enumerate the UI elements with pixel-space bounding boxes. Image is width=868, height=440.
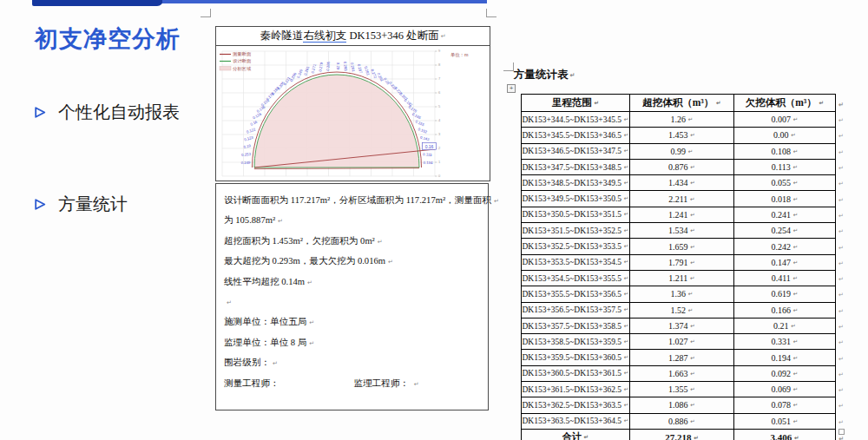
- total-underbreak: 3.406: [734, 429, 836, 440]
- svg-text:0.262: 0.262: [377, 72, 385, 82]
- col-header-overbreak: 超挖体积（m³）: [630, 95, 734, 112]
- svg-text:8: 8: [438, 62, 441, 67]
- table-row: DK153+361.5~DK153+362.51.3550.069: [522, 382, 847, 397]
- svg-text:0.293: 0.293: [343, 62, 348, 72]
- info-line: 围岩级别：: [224, 352, 488, 372]
- summary-line: 超挖面积为 1.453m²，欠挖面积为 0m²: [224, 231, 488, 251]
- legend-label: 设计断面: [233, 58, 252, 64]
- svg-text:0.134: 0.134: [424, 161, 434, 165]
- svg-text:0.152: 0.152: [418, 127, 428, 135]
- tunnel-section-chart: 9876543210 0.2490.2530.190.1230.1220.160…: [216, 46, 488, 180]
- summary-line: 最大超挖为 0.293m，最大欠挖为 0.016m: [224, 251, 488, 271]
- report-text-box: 设计断面面积为 117.217m²，分析区域面积为 117.217m²，测量面积…: [215, 183, 489, 410]
- svg-text:0.291: 0.291: [350, 62, 356, 73]
- bullet-label: 个性化自动报表: [58, 101, 180, 124]
- info-line-engineers: 测量工程师：监理工程师：: [224, 373, 488, 393]
- unit-label: 单位：m: [450, 52, 469, 57]
- svg-text:0.123: 0.123: [244, 135, 254, 141]
- svg-text:6: 6: [438, 90, 441, 95]
- measured-invert-line: [254, 168, 419, 169]
- survey-engineer-label: 测量工程师：: [224, 378, 279, 388]
- paragraph-mark: ↵: [570, 72, 575, 79]
- y-axis-ticks: 9876543210: [435, 49, 441, 178]
- table-row: DK153+357.5~DK153+358.51.3740.21: [522, 318, 847, 333]
- supervision-engineer-label: 监理工程师：: [354, 378, 410, 388]
- table-resize-handle: [838, 429, 845, 435]
- chart-title-underlined: 右线初支: [303, 30, 346, 43]
- summary-line: 线性平均超挖 0.14m: [224, 272, 488, 292]
- svg-text:5: 5: [438, 104, 441, 108]
- svg-text:0.143: 0.143: [420, 135, 431, 142]
- svg-text:0.285: 0.285: [326, 61, 331, 71]
- svg-text:0.122: 0.122: [246, 127, 256, 135]
- bullet-item-volume-stats: 方量统计: [33, 193, 128, 216]
- table-row: DK153+362.5~DK153+363.51.0860.078: [522, 397, 847, 413]
- bullet-label: 方量统计: [58, 193, 128, 216]
- section-chart-box: 秦岭隧道右线初支 DK153+346 处断面↵ 9876543210 0.249…: [215, 26, 490, 181]
- svg-text:0.253: 0.253: [241, 152, 252, 157]
- svg-text:2: 2: [438, 146, 441, 150]
- col-header-range: 里程范围: [522, 95, 630, 112]
- table-row: DK153+356.5~DK153+357.51.520.166: [522, 302, 847, 318]
- table-row: DK153+360.5~DK153+361.51.6630.092: [522, 365, 847, 381]
- svg-text:0.115: 0.115: [423, 152, 433, 157]
- table-row: DK153+344.5~DK153+345.51.260.007: [522, 112, 847, 128]
- table-row: DK153+355.5~DK153+356.51.360.619: [522, 286, 847, 302]
- summary-line: 设计断面面积为 117.217m²，分析区域面积为 117.217m²，测量面积: [224, 190, 488, 210]
- table-row: DK153+352.5~DK153+353.51.6590.242: [522, 239, 847, 254]
- volume-table: 里程范围 超挖体积（m³） 欠挖体积（m³） DK153+344.5~DK153…: [521, 94, 847, 440]
- col-header-underbreak: 欠挖体积（m³）: [734, 95, 836, 112]
- chart-legend: 测量断面 设计断面 分析区域: [220, 51, 252, 70]
- row-end-mark: [836, 95, 847, 112]
- table-row: DK153+353.5~DK153+354.51.7910.147: [522, 254, 847, 270]
- legend-swatch-analysis: [220, 67, 231, 71]
- table-row: DK153+358.5~DK153+359.51.0270.331: [522, 334, 847, 350]
- svg-text:3: 3: [438, 132, 441, 136]
- chart-title-suffix: DK153+346 处断面: [346, 30, 438, 42]
- table-row: DK153+354.5~DK153+355.51.2110.411: [522, 270, 847, 286]
- crop-mark: [486, 9, 496, 17]
- table-row: DK153+350.5~DK153+351.51.2410.241: [522, 207, 847, 222]
- table-row: DK153+359.5~DK153+360.51.2870.194: [522, 350, 847, 365]
- top-accent-line: [162, 0, 487, 3]
- arrow-bullet-icon: [33, 197, 48, 212]
- table-row: DK153+347.5~DK153+348.50.8760.113: [522, 159, 847, 174]
- table-row: DK153+348.5~DK153+349.51.4340.055: [522, 175, 847, 191]
- legend-label: 分析区域: [233, 66, 251, 71]
- svg-text:0.281: 0.281: [364, 66, 371, 76]
- floor-end-label: 0.16: [425, 144, 434, 149]
- svg-text:0.249: 0.249: [241, 161, 252, 165]
- svg-text:0.261: 0.261: [303, 65, 310, 76]
- table-row: DK153+363.5~DK153+364.50.8860.051: [522, 413, 847, 429]
- page-title: 初支净空分析: [35, 23, 181, 55]
- top-accent-bar: [32, 0, 163, 6]
- svg-text:0.279: 0.279: [318, 62, 324, 72]
- crop-mark: [201, 9, 211, 17]
- table-row: DK153+349.5~DK153+350.52.2110.018: [522, 191, 847, 207]
- svg-text:4: 4: [438, 118, 441, 122]
- table-header-row: 里程范围 超挖体积（m³） 欠挖体积（m³）: [522, 95, 847, 112]
- paragraph-mark: ↵: [441, 33, 446, 40]
- legend-label: 测量断面: [233, 51, 252, 57]
- chart-title: 秦岭隧道右线初支 DK153+346 处断面↵: [216, 27, 490, 46]
- svg-text:0.271: 0.271: [311, 63, 318, 74]
- table-row: DK153+345.5~DK153+346.51.4530.00: [522, 128, 847, 143]
- volume-table-title: 方量统计表↵: [514, 68, 575, 82]
- blank-line: [224, 292, 488, 312]
- info-line: 施测单位：单位五局: [224, 312, 488, 332]
- svg-text:0.29: 0.29: [336, 62, 340, 70]
- total-overbreak: 27.218: [630, 429, 734, 440]
- arrow-bullet-icon: [33, 105, 48, 120]
- slide: 初支净空分析 个性化自动报表 方量统计 秦岭隧道右线初支 DK153+346 处…: [0, 0, 868, 440]
- table-total-row: 合计 27.218 3.406: [522, 429, 847, 440]
- svg-text:1: 1: [438, 160, 441, 164]
- bullet-item-auto-report: 个性化自动报表: [33, 101, 180, 124]
- table-row: DK153+346.5~DK153+347.50.990.108: [522, 143, 847, 159]
- svg-text:9: 9: [438, 49, 441, 53]
- svg-text:0: 0: [438, 174, 441, 178]
- total-label: 合计: [522, 429, 630, 440]
- summary-line: 为 105.887m²: [224, 210, 488, 230]
- svg-text:7: 7: [438, 76, 441, 81]
- crop-mark: [503, 62, 514, 71]
- table-row: DK153+351.5~DK153+352.51.5340.254: [522, 223, 847, 239]
